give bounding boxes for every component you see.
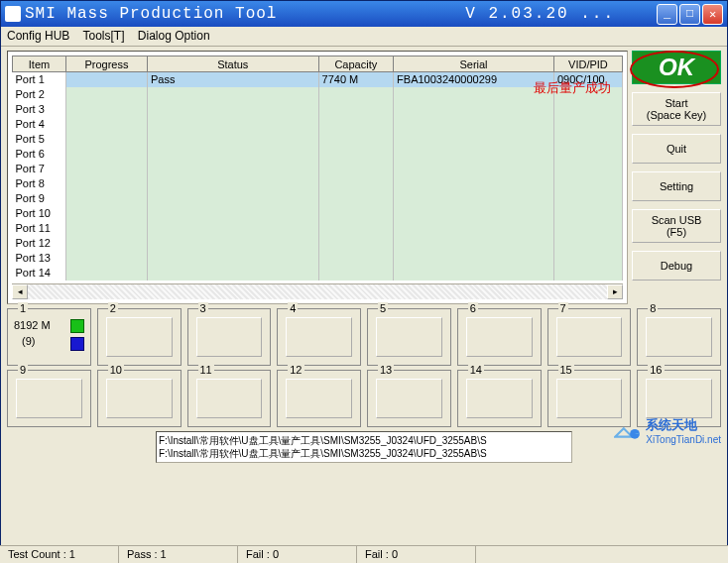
cell-capacity	[318, 87, 394, 102]
slot-count: (9)	[22, 335, 35, 347]
table-row[interactable]: Port 2	[13, 87, 623, 102]
table-row[interactable]: Port 8	[13, 176, 623, 191]
cell-serial	[394, 206, 554, 221]
table-row[interactable]: Port 10	[13, 206, 623, 221]
table-row[interactable]: Port 14	[13, 266, 623, 281]
maximize-button[interactable]: □	[679, 4, 700, 25]
slot-13[interactable]: 13	[367, 370, 451, 427]
close-button[interactable]: ✕	[702, 4, 723, 25]
debug-button[interactable]: Debug	[632, 251, 721, 281]
scan-usb-button[interactable]: Scan USB (F5)	[632, 209, 721, 243]
slot-number: 10	[108, 364, 124, 376]
table-row[interactable]: Port 13	[13, 251, 623, 266]
col-serial[interactable]: Serial	[394, 56, 554, 72]
table-row[interactable]: Port 1Pass7740 MFBA1003240000299090C/100	[13, 72, 623, 87]
cell-capacity	[318, 102, 394, 117]
cell-item: Port 4	[13, 117, 66, 132]
slot-9[interactable]: 9	[7, 370, 91, 427]
watermark-logo-icon	[614, 421, 642, 441]
cell-status	[147, 191, 318, 206]
menubar: Config HUB Tools[T] Dialog Option	[1, 27, 727, 47]
scroll-left-button[interactable]: ◂	[12, 284, 28, 299]
table-row[interactable]: Port 12	[13, 236, 623, 251]
cell-progress	[65, 236, 147, 251]
cell-serial	[394, 236, 554, 251]
col-status[interactable]: Status	[147, 56, 318, 72]
cell-status	[147, 236, 318, 251]
table-row[interactable]: Port 9	[13, 191, 623, 206]
slot-2[interactable]: 2	[97, 308, 182, 366]
slot-inner	[376, 317, 442, 357]
slot-10[interactable]: 10	[97, 370, 182, 427]
menu-dialog[interactable]: Dialog Option	[138, 29, 210, 43]
slot-inner	[556, 317, 623, 357]
cell-item: Port 14	[13, 266, 66, 281]
slot-6[interactable]: 6	[457, 308, 542, 366]
col-capacity[interactable]: Capacity	[318, 56, 394, 72]
cell-item: Port 6	[13, 147, 66, 162]
cell-capacity	[318, 132, 394, 147]
scan-sub: (F5)	[667, 226, 686, 238]
cell-capacity	[318, 206, 394, 221]
scroll-track[interactable]	[28, 284, 607, 299]
cell-capacity	[318, 176, 394, 191]
minimize-button[interactable]: _	[657, 4, 677, 25]
cell-vidpid	[553, 162, 622, 176]
cell-status	[147, 162, 318, 176]
col-vidpid[interactable]: VID/PID	[553, 56, 622, 72]
slot-number: 9	[18, 364, 28, 376]
slot-number: 7	[558, 302, 568, 314]
watermark: 系统天地 XiTongTianDi.net	[614, 416, 721, 445]
port-grid: Item Progress Status Capacity Serial VID…	[12, 56, 623, 281]
slot-3[interactable]: 3	[187, 308, 272, 366]
horizontal-scrollbar[interactable]: ◂ ▸	[12, 283, 623, 299]
window-title: SMI Mass Production Tool	[25, 5, 465, 23]
col-item[interactable]: Item	[13, 56, 66, 72]
table-row[interactable]: Port 5	[13, 132, 623, 147]
table-row[interactable]: Port 7	[13, 162, 623, 176]
start-button[interactable]: Start (Space Key)	[632, 92, 721, 126]
cell-serial	[394, 191, 554, 206]
slot-inner	[196, 317, 263, 357]
cell-progress	[65, 117, 147, 132]
table-row[interactable]: Port 6	[13, 147, 623, 162]
slot-number: 2	[108, 302, 118, 314]
cell-progress	[65, 87, 147, 102]
table-row[interactable]: Port 4	[13, 117, 623, 132]
scroll-right-button[interactable]: ▸	[607, 284, 623, 299]
setting-button[interactable]: Setting	[632, 171, 721, 201]
cell-capacity	[318, 266, 394, 281]
slot-11[interactable]: 11	[187, 370, 272, 427]
table-row[interactable]: Port 11	[13, 221, 623, 236]
col-progress[interactable]: Progress	[65, 56, 147, 72]
path-log[interactable]: F:\Install\常用软件\U盘工具\量产工具\SMI\SM3255_J03…	[156, 431, 572, 463]
slot-5[interactable]: 5	[367, 308, 451, 366]
status-pass: Pass : 1	[119, 546, 238, 563]
menu-tools[interactable]: Tools[T]	[82, 29, 124, 43]
window-version: V 2.03.20 ...	[465, 5, 615, 23]
statusbar: Test Count : 1 Pass : 1 Fail : 0 Fail : …	[0, 545, 728, 563]
slot-7[interactable]: 7	[547, 308, 632, 366]
slot-14[interactable]: 14	[457, 370, 542, 427]
menu-config[interactable]: Config HUB	[7, 29, 69, 43]
table-row[interactable]: Port 3	[13, 102, 623, 117]
led-blue-icon	[70, 337, 84, 351]
slot-inner	[646, 379, 712, 418]
path-line-2: F:\Install\常用软件\U盘工具\量产工具\SMI\SM3255_J03…	[159, 447, 569, 460]
slot-8[interactable]: 8	[637, 308, 721, 366]
success-annotation: 最后量产成功	[534, 79, 611, 97]
slot-1[interactable]: 18192 M(9)	[7, 308, 91, 366]
quit-button[interactable]: Quit	[632, 134, 721, 164]
scan-label: Scan USB	[652, 214, 702, 226]
cell-progress	[65, 162, 147, 176]
slot-12[interactable]: 12	[277, 370, 361, 427]
cell-item: Port 3	[13, 102, 66, 117]
cell-vidpid	[553, 102, 622, 117]
cell-serial	[394, 147, 554, 162]
cell-item: Port 1	[13, 72, 66, 87]
slot-4[interactable]: 4	[277, 308, 361, 366]
slot-inner	[286, 317, 352, 357]
watermark-brand: 系统天地	[646, 416, 721, 434]
cell-vidpid	[553, 221, 622, 236]
cell-capacity	[318, 251, 394, 266]
